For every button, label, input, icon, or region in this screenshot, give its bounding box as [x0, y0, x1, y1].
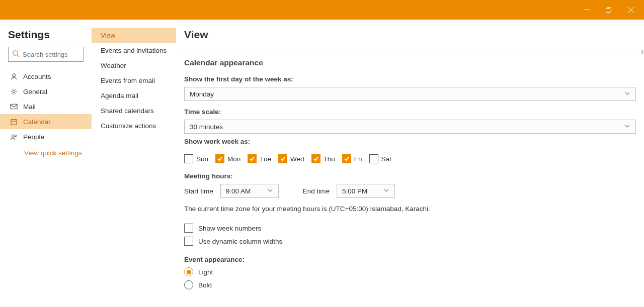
- day-fri[interactable]: Fri: [342, 154, 362, 163]
- label-start-time: Start time: [184, 187, 213, 195]
- scrollbar-thumb[interactable]: [641, 50, 643, 54]
- svg-rect-2: [606, 8, 610, 12]
- dropdown-start-time[interactable]: 9:00 AM: [220, 184, 279, 198]
- sidebar-item-label: General: [23, 88, 47, 95]
- sidebar-item-calendar[interactable]: Calendar: [0, 114, 92, 129]
- chevron-down-icon: [624, 90, 630, 98]
- gear-icon: [10, 88, 18, 95]
- day-mon[interactable]: Mon: [215, 154, 240, 163]
- day-wed[interactable]: Wed: [278, 154, 304, 163]
- timezone-note: The current time zone for your meeting h…: [184, 205, 636, 213]
- radio-icon: [184, 280, 193, 289]
- label-event-appearance: Event appearance:: [184, 256, 636, 263]
- settings-title: Settings: [0, 27, 92, 47]
- checkbox-icon: [342, 154, 351, 163]
- sidebar-item-label: Accounts: [23, 73, 51, 80]
- checkbox-icon: [215, 154, 224, 163]
- chevron-down-icon: [383, 187, 389, 195]
- checkbox-dynamic-columns[interactable]: Use dynamic column widths: [184, 237, 636, 246]
- checkbox-icon: [278, 154, 287, 163]
- sidebar-item-label: Mail: [23, 103, 36, 111]
- dropdown-first-day[interactable]: Monday: [184, 87, 636, 101]
- sidebar-item-label: Calendar: [23, 118, 51, 126]
- dropdown-value: 30 minutes: [190, 123, 223, 131]
- dropdown-value: 5:00 PM: [342, 187, 367, 195]
- people-icon: [10, 133, 18, 141]
- day-sun[interactable]: Sun: [184, 154, 208, 163]
- subnav-shared-calendars[interactable]: Shared calendars: [92, 103, 176, 118]
- svg-point-8: [13, 90, 15, 92]
- checkbox-icon: [369, 154, 378, 163]
- chevron-down-icon: [267, 187, 273, 195]
- dropdown-value: 9:00 AM: [226, 187, 251, 195]
- svg-rect-10: [11, 119, 17, 124]
- svg-point-5: [13, 51, 18, 55]
- checkbox-icon: [184, 224, 193, 233]
- dropdown-end-time[interactable]: 5:00 PM: [337, 184, 395, 198]
- close-button[interactable]: [620, 0, 642, 20]
- checkbox-icon: [184, 154, 193, 163]
- svg-line-6: [17, 55, 19, 57]
- sidebar-item-people[interactable]: People: [0, 129, 92, 144]
- mail-icon: [10, 104, 18, 110]
- svg-point-7: [13, 73, 16, 76]
- checkbox-show-week-numbers[interactable]: Show week numbers: [184, 224, 636, 233]
- person-icon: [10, 73, 18, 80]
- subnav-weather[interactable]: Weather: [92, 58, 176, 73]
- sidebar-item-label: People: [23, 133, 44, 141]
- label-end-time: End time: [303, 187, 330, 195]
- work-week-days: Sun Mon Tue Wed Thu Fri Sat: [184, 154, 636, 163]
- sidebar-item-accounts[interactable]: Accounts: [0, 69, 92, 84]
- calendar-icon: [10, 118, 18, 126]
- checkbox-icon: [311, 154, 320, 163]
- svg-rect-9: [11, 104, 17, 109]
- day-sat[interactable]: Sat: [369, 154, 391, 163]
- dropdown-time-scale[interactable]: 30 minutes: [184, 120, 636, 134]
- subnav-view[interactable]: View: [92, 28, 176, 43]
- subnav-events-invitations[interactable]: Events and invitations: [92, 43, 176, 58]
- label-meeting-hours: Meeting hours:: [184, 172, 636, 180]
- day-tue[interactable]: Tue: [248, 154, 271, 163]
- sidebar-item-general[interactable]: General: [0, 84, 92, 99]
- primary-sidebar: Settings Accounts General: [0, 20, 92, 307]
- label-work-week: Show work week as:: [184, 138, 636, 145]
- restore-button[interactable]: [598, 0, 620, 20]
- label-time-scale: Time scale:: [184, 108, 636, 116]
- view-quick-settings-link[interactable]: View quick settings: [0, 144, 92, 157]
- subnav-agenda-mail[interactable]: Agenda mail: [92, 88, 176, 103]
- sidebar-item-mail[interactable]: Mail: [0, 99, 92, 114]
- section-calendar-appearance: Calendar appearance: [184, 58, 636, 67]
- label-first-day: Show the first day of the week as:: [184, 75, 636, 83]
- page-title: View: [176, 20, 644, 49]
- subnav-events-email[interactable]: Events from email: [92, 73, 176, 88]
- checkbox-icon: [184, 237, 193, 246]
- svg-point-15: [15, 135, 16, 136]
- secondary-sidebar: View Events and invitations Weather Even…: [92, 20, 176, 307]
- radio-bold[interactable]: Bold: [184, 280, 636, 289]
- minimize-button[interactable]: [576, 0, 598, 20]
- chevron-down-icon: [624, 123, 630, 131]
- day-thu[interactable]: Thu: [311, 154, 335, 163]
- svg-point-14: [12, 135, 14, 137]
- dropdown-value: Monday: [190, 90, 214, 98]
- radio-light[interactable]: Light: [184, 267, 636, 276]
- checkbox-icon: [248, 154, 257, 163]
- subnav-customize-actions[interactable]: Customize actions: [92, 118, 176, 133]
- radio-icon: [184, 267, 193, 276]
- main-panel: View Calendar appearance Show the first …: [176, 20, 644, 307]
- titlebar: [0, 0, 644, 20]
- search-icon: [12, 50, 20, 59]
